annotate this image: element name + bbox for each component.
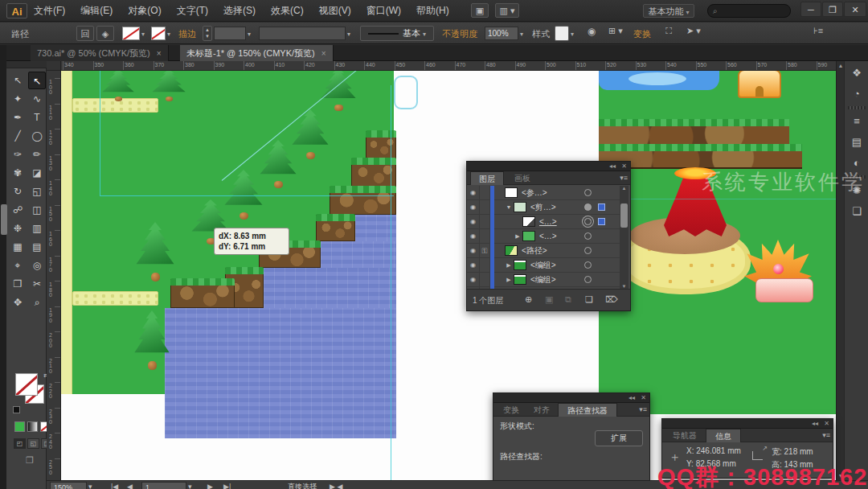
target-circle-icon[interactable] bbox=[584, 232, 592, 240]
menu-select[interactable]: 选择(S) bbox=[223, 4, 256, 18]
opacity-field[interactable]: 100% bbox=[485, 27, 518, 40]
vertical-ruler[interactable]: 1 0 01 1 01 2 01 3 01 4 01 5 01 6 01 7 0… bbox=[47, 71, 61, 480]
transform-label[interactable]: 变换 bbox=[633, 28, 651, 40]
divide-button[interactable] bbox=[502, 462, 516, 475]
blend-tool[interactable]: ◎ bbox=[28, 257, 46, 274]
target-circle-icon[interactable] bbox=[584, 247, 592, 254]
zoom-level-field[interactable]: 150% bbox=[50, 482, 87, 489]
collapse-options-icon[interactable]: ⊦≡ bbox=[808, 26, 829, 41]
scrollbar-thumb[interactable] bbox=[1, 204, 7, 235]
layer-name-label[interactable]: <…> bbox=[539, 229, 557, 244]
tab-layers[interactable]: 图层 bbox=[470, 171, 504, 185]
tab-transform[interactable]: 变换 bbox=[497, 403, 526, 417]
expand-button[interactable]: 扩展 bbox=[595, 430, 643, 446]
tab-pathfinder[interactable]: 路径查找器 bbox=[558, 403, 617, 417]
target-circle-icon[interactable] bbox=[584, 203, 592, 211]
unite-button[interactable] bbox=[502, 432, 516, 444]
restore-button[interactable]: ❐ bbox=[822, 2, 843, 17]
artboard-tool[interactable]: ❐ bbox=[9, 275, 27, 293]
style-swatch[interactable] bbox=[555, 26, 569, 41]
layer-row[interactable]: ◉<…> bbox=[467, 215, 620, 229]
align-dropdown-icon[interactable]: ⊞ ▾ bbox=[604, 26, 627, 41]
layers-scrollbar[interactable]: ▲ ▼ bbox=[620, 186, 628, 289]
zoom-dropdown-icon[interactable]: ▾ bbox=[88, 482, 92, 489]
layer-row[interactable]: ◉▼<剪…> bbox=[467, 200, 620, 215]
layer-row[interactable]: ◉⚿<路径> bbox=[467, 244, 620, 258]
gradient-panel-icon[interactable]: ▤ bbox=[847, 134, 866, 151]
lock-icon[interactable] bbox=[480, 258, 490, 273]
lock-icon[interactable] bbox=[480, 200, 490, 215]
visibility-eye-icon[interactable]: ◉ bbox=[467, 258, 480, 273]
eyedropper-tool[interactable]: ⌖ bbox=[9, 257, 27, 274]
width-tool[interactable]: ☍ bbox=[9, 201, 27, 219]
expander-icon[interactable]: ▶ bbox=[505, 273, 513, 287]
color-guide-panel-icon[interactable]: ◔ bbox=[847, 85, 866, 103]
close-tab-icon[interactable]: × bbox=[321, 49, 326, 58]
menu-view[interactable]: 视图(V) bbox=[319, 4, 351, 18]
target-mode-icon[interactable]: ◈ bbox=[96, 26, 114, 41]
locate-object-button[interactable]: ⊕ bbox=[525, 294, 532, 305]
visibility-eye-icon[interactable]: ◉ bbox=[467, 186, 480, 200]
symbol-sprayer-tool[interactable]: ❉ bbox=[9, 220, 27, 237]
document-tab-active[interactable]: 未标题-1* @ 150% (CMYK/预览)× bbox=[180, 45, 334, 61]
menu-object[interactable]: 对象(O) bbox=[128, 4, 161, 18]
clipping-mask-button[interactable]: ▣ bbox=[545, 294, 553, 305]
intersect-button[interactable] bbox=[550, 432, 564, 444]
tab-align[interactable]: 对齐 bbox=[527, 403, 556, 417]
layer-row[interactable]: ◉▶<编组> bbox=[467, 258, 620, 273]
layers-scroll-thumb[interactable] bbox=[620, 203, 628, 228]
target-circle-icon[interactable] bbox=[584, 218, 592, 225]
menu-window[interactable]: 窗口(W) bbox=[366, 4, 401, 18]
collapse-panel-icon[interactable]: ◂◂ bbox=[812, 420, 818, 427]
scale-tool[interactable]: ◱ bbox=[28, 183, 46, 200]
fill-stroke-control[interactable]: ⇄ bbox=[15, 373, 47, 415]
layer-name-label[interactable]: <编组> bbox=[530, 258, 556, 273]
isolate-icon[interactable]: ⛶ bbox=[661, 26, 677, 41]
tab-artboards[interactable]: 画板 bbox=[506, 171, 539, 185]
info-panel-header[interactable]: ◂◂ ✕ bbox=[662, 419, 833, 429]
visibility-eye-icon[interactable]: ◉ bbox=[467, 215, 480, 229]
vertical-scrollbar[interactable]: ▲ ▼ bbox=[836, 61, 844, 480]
minimize-button[interactable]: ─ bbox=[800, 2, 821, 17]
minus-front-button[interactable] bbox=[526, 432, 540, 444]
opacity-label[interactable]: 不透明度 bbox=[442, 28, 477, 40]
target-circle-icon[interactable] bbox=[584, 276, 592, 283]
pencil-tool[interactable]: ✏ bbox=[28, 146, 46, 163]
mesh-tool[interactable]: ▦ bbox=[9, 238, 27, 256]
close-button[interactable]: ✕ bbox=[844, 2, 866, 17]
layer-row[interactable]: ◉▶<编组> bbox=[467, 273, 620, 287]
expander-icon[interactable]: ▶ bbox=[514, 229, 522, 244]
visibility-eye-icon[interactable]: ◉ bbox=[467, 229, 480, 244]
direct-selection-tool[interactable]: ↖ bbox=[28, 72, 46, 89]
stroke-weight-field[interactable] bbox=[214, 27, 246, 40]
guide-vertical-right[interactable] bbox=[391, 85, 391, 480]
workspace-switcher[interactable]: 基本功能 ▾ bbox=[643, 4, 694, 18]
outline-button[interactable] bbox=[601, 462, 616, 475]
gradient-tool[interactable]: ▤ bbox=[28, 238, 46, 256]
lasso-tool[interactable]: ∿ bbox=[28, 90, 46, 108]
expander-icon[interactable]: ▶ bbox=[505, 258, 513, 273]
stroke-weight-dropdown-icon[interactable]: ▾ bbox=[248, 31, 251, 38]
pathfinder-panel-header[interactable]: ◂◂ ✕ bbox=[493, 393, 649, 403]
recolor-artwork-icon[interactable]: ◉ bbox=[583, 26, 600, 41]
exclude-button[interactable] bbox=[574, 432, 588, 444]
draw-behind-button[interactable]: ◱ bbox=[27, 438, 39, 449]
prev-artboard-icon[interactable]: ◀ bbox=[127, 482, 133, 489]
close-tab-icon[interactable]: × bbox=[157, 49, 162, 58]
free-transform-tool[interactable]: ◫ bbox=[28, 201, 46, 219]
close-panel-icon[interactable]: ✕ bbox=[621, 162, 627, 170]
close-panel-icon[interactable]: ✕ bbox=[824, 420, 829, 427]
pen-tool[interactable]: ✒ bbox=[9, 109, 27, 126]
shape-mode-icon[interactable]: 回 bbox=[76, 26, 94, 41]
close-panel-icon[interactable]: ✕ bbox=[641, 394, 646, 401]
layer-name-label[interactable]: <编组> bbox=[530, 273, 556, 287]
hand-tool[interactable]: ✥ bbox=[9, 294, 27, 311]
horizontal-ruler[interactable]: 3403503603703803904004104204304404504604… bbox=[61, 61, 836, 71]
layers-scroll-up-icon[interactable]: ▲ bbox=[620, 186, 628, 191]
stroke-weight-label[interactable]: 描边 bbox=[178, 28, 196, 40]
collapse-panel-icon[interactable]: ◂◂ bbox=[609, 162, 616, 170]
ellipse-tool[interactable]: ◯ bbox=[28, 127, 46, 145]
layer-name-label[interactable]: <…> bbox=[539, 215, 557, 229]
tools-panel-grip[interactable] bbox=[6, 61, 47, 68]
type-tool[interactable]: T bbox=[28, 109, 46, 126]
